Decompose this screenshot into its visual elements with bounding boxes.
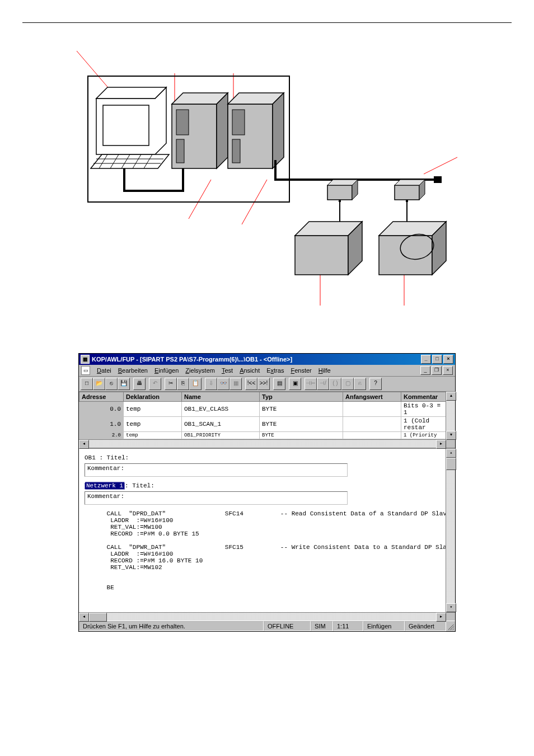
decl-vscroll[interactable]: ▴ ▾	[446, 392, 455, 440]
status-offline: OFFLINE	[264, 621, 311, 631]
network-label-highlight[interactable]: Netzwerk 1	[85, 482, 125, 490]
open-online-button[interactable]: ⎋	[105, 378, 118, 390]
svg-rect-36	[295, 236, 348, 275]
declaration-table: Adresse Deklaration Name Typ Anfangswert…	[79, 392, 446, 439]
field-device-1	[295, 222, 362, 275]
pc-icon	[91, 87, 169, 168]
nw-next-button[interactable]: >>!	[257, 378, 270, 390]
download-button[interactable]: ⇩	[205, 378, 217, 390]
col-decl[interactable]: Deklaration	[124, 392, 182, 402]
svg-line-5	[424, 157, 457, 174]
print-button[interactable]: 🖶	[133, 378, 146, 390]
scroll-up-icon[interactable]: ▴	[446, 392, 456, 401]
menu-ansicht[interactable]: Ansicht	[236, 366, 263, 375]
catalog-button[interactable]: ▣	[289, 378, 301, 390]
app-window: ▦ KOP/AWL/FUP - [SIPART PS2 PA\S7-Progra…	[78, 353, 456, 632]
scroll-down-icon[interactable]: ▾	[446, 603, 456, 612]
menu-hilfe[interactable]: Hilfe	[315, 366, 334, 375]
mdi-icon[interactable]: ▭	[81, 366, 90, 375]
menu-fenster[interactable]: Fenster	[287, 366, 315, 375]
svg-marker-27	[273, 93, 284, 168]
save-button[interactable]: 💾	[118, 378, 130, 390]
block-button[interactable]: ▦	[229, 378, 242, 390]
status-pos: 1:11	[333, 621, 363, 631]
decl-hscroll[interactable]: ◂ ▸	[79, 439, 455, 448]
menu-test[interactable]: Test	[218, 366, 236, 375]
contact-nc-button[interactable]: ⊣/⊢	[317, 378, 329, 390]
copy-button[interactable]: ⎘	[177, 378, 189, 390]
status-insert: Einfügen	[363, 621, 405, 631]
network-comment-box[interactable]: Kommentar:	[85, 491, 348, 505]
awl-code[interactable]: CALL "DPRD_DAT" SFC14 -- Read Consistent…	[85, 510, 441, 591]
svg-line-0	[77, 51, 110, 90]
undo-button[interactable]: ↶	[149, 378, 161, 390]
code-vscroll[interactable]: ▴ ▾	[446, 449, 455, 612]
close-button[interactable]: ×	[443, 355, 453, 364]
status-sim: SIM	[311, 621, 333, 631]
app-icon: ▦	[81, 355, 90, 364]
declaration-panel: Adresse Deklaration Name Typ Anfangswert…	[79, 392, 455, 449]
scroll-left-icon[interactable]: ◂	[79, 440, 89, 449]
window-title: KOP/AWL/FUP - [SIPART PS2 PA\S7-Programm…	[92, 356, 421, 363]
table-row[interactable]: 1.0 temp OB1_SCAN_1 BYTE 1 (Cold restar	[79, 417, 446, 432]
svg-marker-12	[91, 154, 169, 168]
menu-bearbeiten[interactable]: Bearbeiten	[115, 366, 151, 375]
header-rule	[22, 22, 512, 23]
coil-button[interactable]: ( )	[329, 378, 341, 390]
resize-grip-icon[interactable]	[446, 621, 455, 631]
svg-rect-23	[176, 110, 189, 135]
col-type[interactable]: Typ	[260, 392, 343, 402]
contact-no-button[interactable]: ⊣⊢	[305, 378, 317, 390]
col-addr[interactable]: Adresse	[79, 392, 124, 402]
paste-button[interactable]: 📋	[189, 378, 202, 390]
svg-rect-30	[434, 176, 442, 183]
code-editor[interactable]: OB1 : Titel: Kommentar: Netzwerk 1: Tite…	[79, 449, 446, 612]
ob1-title-label: OB1 : Titel:	[85, 454, 441, 461]
status-hint: Drücken Sie F1, um Hilfe zu erhalten.	[79, 621, 264, 631]
menubar: ▭ Datei Bearbeiten Einfügen Zielsystem T…	[79, 365, 455, 377]
monitor-button[interactable]: 👓	[217, 378, 229, 390]
col-name[interactable]: Name	[182, 392, 260, 402]
minimize-button[interactable]: _	[421, 355, 431, 364]
new-button[interactable]: □	[81, 378, 93, 390]
mdi-minimize-button[interactable]: _	[420, 366, 430, 375]
scroll-left-icon[interactable]: ◂	[79, 613, 89, 622]
nw-prev-button[interactable]: !<<	[245, 378, 257, 390]
maximize-button[interactable]: □	[432, 355, 442, 364]
svg-rect-24	[176, 139, 184, 163]
plc-rack-1	[172, 93, 228, 168]
cut-button[interactable]: ✂	[165, 378, 177, 390]
svg-rect-29	[232, 139, 240, 163]
scroll-thumb[interactable]	[89, 613, 107, 622]
scroll-up-icon[interactable]: ▴	[446, 449, 456, 458]
col-comment[interactable]: Kommentar	[401, 392, 446, 402]
field-device-2	[379, 222, 446, 275]
box-button[interactable]: ▢	[341, 378, 354, 390]
scroll-thumb[interactable]	[446, 458, 456, 470]
menu-zielsystem[interactable]: Zielsystem	[182, 366, 218, 375]
view-toggle-button[interactable]: ▤	[273, 378, 285, 390]
mdi-close-button[interactable]: ×	[443, 366, 453, 375]
mdi-restore-button[interactable]: ❐	[432, 366, 442, 375]
help-button[interactable]: ?	[369, 378, 382, 390]
scroll-right-icon[interactable]: ▸	[436, 613, 446, 622]
menu-einfuegen[interactable]: Einfügen	[151, 366, 182, 375]
titlebar: ▦ KOP/AWL/FUP - [SIPART PS2 PA\S7-Progra…	[79, 354, 455, 365]
plc-rack-2	[228, 93, 284, 168]
scroll-down-icon[interactable]: ▾	[446, 431, 456, 440]
scroll-right-icon[interactable]: ▸	[436, 440, 446, 449]
toolbar: □ 📂 ⎋ 💾 🖶 ↶ ✂ ⎘ 📋 ⇩ 👓 ▦ !<< >>! ▤ ▣ ⊣⊢	[79, 377, 455, 392]
menu-extras[interactable]: Extras	[263, 366, 287, 375]
svg-rect-32	[327, 185, 352, 200]
branch-button[interactable]: ⎌	[354, 378, 366, 390]
ob1-comment-box[interactable]: Kommentar:	[85, 463, 348, 477]
code-hscroll[interactable]: ◂ ▸	[79, 612, 455, 621]
svg-marker-22	[217, 93, 228, 168]
open-button[interactable]: 📂	[93, 378, 105, 390]
table-row[interactable]: 0.0 temp OB1_EV_CLASS BYTE Bits 0-3 = 1	[79, 402, 446, 417]
svg-marker-10	[96, 87, 166, 98]
menu-datei[interactable]: Datei	[93, 366, 115, 375]
system-diagram	[65, 40, 469, 320]
table-row[interactable]: 2.0 temp OB1_PRIORITY BYTE 1 (Priority	[79, 432, 446, 439]
col-init[interactable]: Anfangswert	[343, 392, 401, 402]
